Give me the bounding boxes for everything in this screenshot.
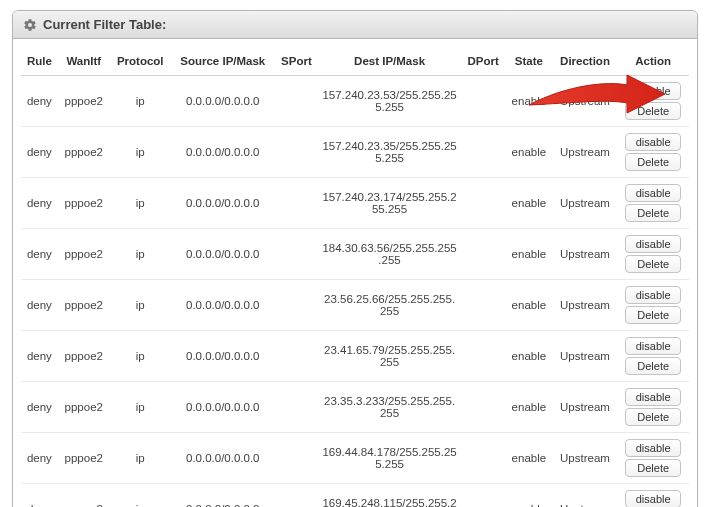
- panel-title: Current Filter Table:: [43, 17, 166, 32]
- cell-sport: [275, 484, 318, 508]
- panel-body: Rule WanItf Protocol Source IP/Mask SPor…: [13, 39, 697, 507]
- cell-action: disableDelete: [617, 433, 689, 484]
- table-row: denypppoe2ip0.0.0.0/0.0.0.023.41.65.79/2…: [21, 331, 689, 382]
- disable-button[interactable]: disable: [625, 82, 681, 100]
- cell-sport: [275, 331, 318, 382]
- cell-dest: 23.41.65.79/255.255.255.255: [318, 331, 461, 382]
- cell-state: enable: [505, 76, 553, 127]
- cell-source: 0.0.0.0/0.0.0.0: [171, 331, 275, 382]
- delete-button[interactable]: Delete: [625, 459, 681, 477]
- disable-button[interactable]: disable: [625, 184, 681, 202]
- cell-dest: 169.44.84.178/255.255.255.255: [318, 433, 461, 484]
- disable-button[interactable]: disable: [625, 286, 681, 304]
- cell-dport: [461, 76, 505, 127]
- disable-button[interactable]: disable: [625, 235, 681, 253]
- cell-state: enable: [505, 127, 553, 178]
- filter-table-panel: Current Filter Table: Rule WanItf Protoc…: [12, 10, 698, 507]
- cell-rule: deny: [21, 484, 58, 508]
- cell-rule: deny: [21, 433, 58, 484]
- cell-action: disableDelete: [617, 76, 689, 127]
- cell-dport: [461, 433, 505, 484]
- cell-direction: Upstream: [553, 280, 618, 331]
- cell-dest: 23.35.3.233/255.255.255.255: [318, 382, 461, 433]
- cell-protocol: ip: [110, 127, 171, 178]
- table-row: denypppoe2ip0.0.0.0/0.0.0.0169.45.248.11…: [21, 484, 689, 508]
- cell-dport: [461, 382, 505, 433]
- cell-wanitf: pppoe2: [58, 229, 110, 280]
- table-row: denypppoe2ip0.0.0.0/0.0.0.0169.44.84.178…: [21, 433, 689, 484]
- cell-source: 0.0.0.0/0.0.0.0: [171, 484, 275, 508]
- cell-source: 0.0.0.0/0.0.0.0: [171, 433, 275, 484]
- cell-protocol: ip: [110, 229, 171, 280]
- cell-wanitf: pppoe2: [58, 127, 110, 178]
- cell-sport: [275, 433, 318, 484]
- col-sport: SPort: [275, 47, 318, 76]
- cell-protocol: ip: [110, 280, 171, 331]
- delete-button[interactable]: Delete: [625, 153, 681, 171]
- disable-button[interactable]: disable: [625, 388, 681, 406]
- cell-direction: Upstream: [553, 433, 618, 484]
- cell-source: 0.0.0.0/0.0.0.0: [171, 229, 275, 280]
- cell-source: 0.0.0.0/0.0.0.0: [171, 127, 275, 178]
- col-source: Source IP/Mask: [171, 47, 275, 76]
- delete-button[interactable]: Delete: [625, 306, 681, 324]
- col-wanitf: WanItf: [58, 47, 110, 76]
- cell-source: 0.0.0.0/0.0.0.0: [171, 280, 275, 331]
- cell-dport: [461, 484, 505, 508]
- cell-action: disableDelete: [617, 127, 689, 178]
- col-dest: Dest IP/Mask: [318, 47, 461, 76]
- cell-state: enable: [505, 178, 553, 229]
- cell-dest: 157.240.23.174/255.255.255.255: [318, 178, 461, 229]
- cell-sport: [275, 229, 318, 280]
- cell-rule: deny: [21, 178, 58, 229]
- table-row: denypppoe2ip0.0.0.0/0.0.0.0184.30.63.56/…: [21, 229, 689, 280]
- cell-state: enable: [505, 484, 553, 508]
- delete-button[interactable]: Delete: [625, 204, 681, 222]
- disable-button[interactable]: disable: [625, 490, 681, 507]
- cell-action: disableDelete: [617, 382, 689, 433]
- filter-table: Rule WanItf Protocol Source IP/Mask SPor…: [21, 47, 689, 507]
- disable-button[interactable]: disable: [625, 337, 681, 355]
- col-action: Action: [617, 47, 689, 76]
- cell-state: enable: [505, 280, 553, 331]
- cell-wanitf: pppoe2: [58, 178, 110, 229]
- delete-button[interactable]: Delete: [625, 255, 681, 273]
- cell-rule: deny: [21, 127, 58, 178]
- table-row: denypppoe2ip0.0.0.0/0.0.0.0157.240.23.53…: [21, 76, 689, 127]
- cell-wanitf: pppoe2: [58, 280, 110, 331]
- cell-direction: Upstream: [553, 127, 618, 178]
- cell-direction: Upstream: [553, 484, 618, 508]
- cell-action: disableDelete: [617, 229, 689, 280]
- cell-sport: [275, 127, 318, 178]
- cell-direction: Upstream: [553, 382, 618, 433]
- cell-direction: Upstream: [553, 76, 618, 127]
- disable-button[interactable]: disable: [625, 133, 681, 151]
- cell-rule: deny: [21, 280, 58, 331]
- col-direction: Direction: [553, 47, 618, 76]
- cell-state: enable: [505, 433, 553, 484]
- cell-direction: Upstream: [553, 229, 618, 280]
- cell-state: enable: [505, 382, 553, 433]
- disable-button[interactable]: disable: [625, 439, 681, 457]
- cell-rule: deny: [21, 382, 58, 433]
- delete-button[interactable]: Delete: [625, 408, 681, 426]
- col-state: State: [505, 47, 553, 76]
- cell-state: enable: [505, 331, 553, 382]
- cell-wanitf: pppoe2: [58, 76, 110, 127]
- cell-action: disableDelete: [617, 484, 689, 508]
- cell-sport: [275, 280, 318, 331]
- col-rule: Rule: [21, 47, 58, 76]
- delete-button[interactable]: Delete: [625, 357, 681, 375]
- cell-dest: 157.240.23.53/255.255.255.255: [318, 76, 461, 127]
- cell-direction: Upstream: [553, 178, 618, 229]
- cell-dport: [461, 178, 505, 229]
- cell-source: 0.0.0.0/0.0.0.0: [171, 76, 275, 127]
- cell-sport: [275, 76, 318, 127]
- col-dport: DPort: [461, 47, 505, 76]
- cell-protocol: ip: [110, 484, 171, 508]
- delete-button[interactable]: Delete: [625, 102, 681, 120]
- cell-source: 0.0.0.0/0.0.0.0: [171, 178, 275, 229]
- cell-rule: deny: [21, 229, 58, 280]
- gear-icon: [23, 18, 37, 32]
- cell-action: disableDelete: [617, 178, 689, 229]
